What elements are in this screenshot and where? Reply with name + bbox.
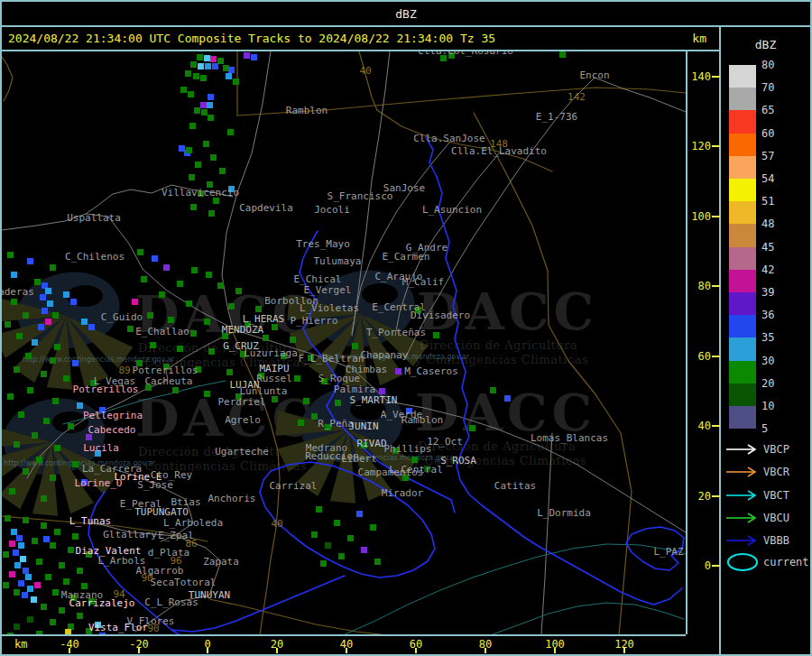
map-place-label: Clla.SanJose <box>413 133 484 144</box>
radar-echo-cell <box>352 343 358 349</box>
road-tan <box>359 51 377 110</box>
radar-echo-cell <box>226 369 233 375</box>
radar-echo-cell <box>338 553 345 559</box>
map-place-label: Luzuriaga <box>244 347 298 359</box>
radar-echo-cell <box>200 102 207 108</box>
radar-echo-cell <box>25 574 32 580</box>
scale-tick-label: 65 <box>761 105 798 115</box>
map-place-label: Perdriel <box>218 396 266 408</box>
radar-echo-cell <box>14 366 20 373</box>
scale-tick-label: 42 <box>761 264 798 275</box>
radar-echo-cell <box>81 583 88 589</box>
road-tan <box>2 54 13 101</box>
radar-echo-cell <box>150 342 156 348</box>
radar-echo-cell <box>190 61 197 68</box>
y-axis-tick <box>712 356 720 357</box>
radar-echo-cell <box>50 475 56 481</box>
map-place-label: Mirador <box>382 487 424 499</box>
map-place-label: Lorine_O <box>75 477 123 489</box>
map-place-label: Anchoris <box>208 493 256 504</box>
scale-tick-label: 5 <box>761 423 798 434</box>
radar-echo-cell <box>11 299 17 305</box>
x-axis-unit: km <box>14 639 27 650</box>
radar-echo-cell <box>163 264 170 271</box>
radar-echo-cell <box>191 267 198 273</box>
radar-echo-cell <box>251 54 257 60</box>
radar-echo-cell <box>68 624 74 630</box>
scale-swatch <box>729 270 756 292</box>
map-place-label: 142 <box>567 91 586 103</box>
radar-echo-cell <box>504 395 511 402</box>
radar-echo-cell <box>14 589 20 596</box>
map-place-label: Libert <box>341 453 377 465</box>
road-tan <box>209 599 388 634</box>
y-axis-tick-label: 100 <box>687 211 711 222</box>
map-place-label: L_Arboleda <box>163 517 223 529</box>
radar-echo-cell <box>34 279 41 285</box>
radar-echo-cell <box>316 506 322 513</box>
radar-echo-cell <box>11 272 17 278</box>
radar-echo-cell <box>43 418 50 424</box>
map-place-label: Russel <box>256 373 292 384</box>
x-axis-tick <box>554 648 556 653</box>
radar-echo-cell <box>34 582 41 588</box>
radar-echo-cell <box>88 324 95 330</box>
radar-echo-cell <box>213 198 219 204</box>
radar-echo-cell <box>27 616 33 623</box>
map-place-label: Lomas_Blancas <box>531 432 608 444</box>
radar-echo-cell <box>228 303 235 310</box>
watermark-url: http://www.contingencias.mendoza.gov.ar <box>23 356 175 364</box>
legend-label: VBCU <box>763 513 789 523</box>
radar-echo-cell <box>25 353 32 359</box>
x-axis-tick <box>207 648 208 653</box>
radar-echo-cell <box>41 495 47 502</box>
radar-echo-cell <box>208 348 215 355</box>
radar-echo-cell <box>208 115 214 121</box>
scale-swatch <box>729 224 756 246</box>
y-axis-tick <box>712 76 720 78</box>
map-place-label: 89 <box>118 365 130 376</box>
radar-echo-cell <box>72 461 78 467</box>
radar-echo-cell <box>204 319 210 325</box>
radar-echo-cell <box>9 488 15 494</box>
legend-label: VBBB <box>763 535 789 546</box>
map-place-label: C_Guido <box>101 311 143 323</box>
map-place-label: Phillips <box>384 443 432 455</box>
radar-echo-cell <box>194 107 200 114</box>
radar-echo-cell <box>347 535 354 541</box>
scale-tick-label: 36 <box>761 310 798 320</box>
radar-echo-cell <box>217 282 224 289</box>
radar-echo-cell <box>469 425 475 431</box>
radar-echo-cell <box>127 326 134 332</box>
y-axis-tick <box>712 216 720 217</box>
radar-echo-cell <box>189 174 195 180</box>
radar-echo-cell <box>433 332 439 338</box>
map-place-label: Cacheuta <box>145 375 193 387</box>
map-place-label: L_Dormida <box>537 507 591 519</box>
radar-echo-cell <box>31 596 37 603</box>
radar-echo-cell <box>68 423 74 430</box>
radar-echo-cell <box>3 582 9 588</box>
radar-echo-cell <box>68 547 74 553</box>
radar-echo-cell <box>190 204 197 210</box>
current-cell-icon <box>725 552 761 572</box>
radar-echo-cell <box>63 291 69 298</box>
y-axis-tick-label: 60 <box>687 351 711 362</box>
radar-echo-cell <box>205 63 211 69</box>
radar-echo-cell <box>294 375 300 382</box>
radar-echo-cell <box>13 550 19 556</box>
radar-echo-cell <box>32 538 38 544</box>
radar-echo-cell <box>77 568 83 574</box>
radar-echo-cell <box>18 542 24 549</box>
map-place-label: M_Caseros <box>404 365 458 377</box>
track-arrow-icon-vbcr <box>725 462 761 482</box>
radar-echo-cell <box>81 319 88 325</box>
legend-label: current <box>763 557 809 568</box>
radar-echo-cell <box>77 613 83 619</box>
radar-echo-cell <box>290 337 296 343</box>
radar-echo-cell <box>36 457 42 463</box>
radar-echo-cell <box>177 346 183 352</box>
radar-echo-cell <box>208 94 214 100</box>
map-place-label: aderas <box>2 286 34 298</box>
radar-echo-cell <box>255 306 262 312</box>
